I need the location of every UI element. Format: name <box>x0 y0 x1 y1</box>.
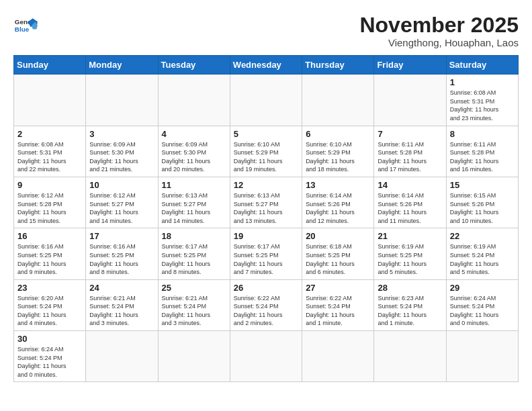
day-info: Sunrise: 6:16 AM Sunset: 5:25 PM Dayligh… <box>89 242 154 276</box>
weekday-header-friday: Friday <box>374 56 446 75</box>
calendar-day: 1Sunrise: 6:08 AM Sunset: 5:31 PM Daylig… <box>446 75 518 126</box>
weekday-header-sunday: Sunday <box>14 56 86 75</box>
day-number: 7 <box>378 129 442 139</box>
weekday-header-tuesday: Tuesday <box>158 56 230 75</box>
calendar-day: 18Sunrise: 6:17 AM Sunset: 5:25 PM Dayli… <box>158 228 230 279</box>
calendar-day: 30Sunrise: 6:24 AM Sunset: 5:24 PM Dayli… <box>14 331 86 382</box>
day-info: Sunrise: 6:14 AM Sunset: 5:26 PM Dayligh… <box>306 191 370 225</box>
day-number: 26 <box>234 283 298 293</box>
calendar-day <box>158 331 230 382</box>
day-info: Sunrise: 6:20 AM Sunset: 5:24 PM Dayligh… <box>17 294 82 328</box>
logo: General Blue <box>13 13 38 38</box>
location: Viengthong, Houaphan, Laos <box>359 37 519 48</box>
day-number: 22 <box>450 231 515 241</box>
calendar-day <box>446 331 518 382</box>
day-number: 13 <box>306 180 370 190</box>
calendar-week-4: 16Sunrise: 6:16 AM Sunset: 5:25 PM Dayli… <box>14 228 519 279</box>
month-title: November 2025 <box>359 13 519 37</box>
day-number: 11 <box>162 180 226 190</box>
calendar-day: 16Sunrise: 6:16 AM Sunset: 5:25 PM Dayli… <box>14 228 86 279</box>
calendar-day <box>374 75 446 126</box>
day-number: 20 <box>306 231 370 241</box>
day-info: Sunrise: 6:12 AM Sunset: 5:27 PM Dayligh… <box>89 191 154 225</box>
day-info: Sunrise: 6:15 AM Sunset: 5:26 PM Dayligh… <box>450 191 515 225</box>
day-info: Sunrise: 6:24 AM Sunset: 5:24 PM Dayligh… <box>450 294 515 328</box>
day-number: 16 <box>17 231 82 241</box>
day-number: 25 <box>162 283 226 293</box>
day-info: Sunrise: 6:11 AM Sunset: 5:28 PM Dayligh… <box>450 140 515 174</box>
day-number: 18 <box>162 231 226 241</box>
day-info: Sunrise: 6:16 AM Sunset: 5:25 PM Dayligh… <box>17 242 82 276</box>
calendar-day <box>230 331 302 382</box>
calendar-day: 22Sunrise: 6:19 AM Sunset: 5:24 PM Dayli… <box>446 228 518 279</box>
calendar-day <box>230 75 302 126</box>
day-info: Sunrise: 6:22 AM Sunset: 5:24 PM Dayligh… <box>306 294 370 328</box>
day-info: Sunrise: 6:22 AM Sunset: 5:24 PM Dayligh… <box>234 294 298 328</box>
day-number: 24 <box>89 283 154 293</box>
day-number: 4 <box>162 129 226 139</box>
day-info: Sunrise: 6:09 AM Sunset: 5:30 PM Dayligh… <box>162 140 226 174</box>
calendar-day <box>14 75 86 126</box>
calendar-day: 3Sunrise: 6:09 AM Sunset: 5:30 PM Daylig… <box>86 126 158 177</box>
day-info: Sunrise: 6:10 AM Sunset: 5:29 PM Dayligh… <box>306 140 370 174</box>
logo-icon: General Blue <box>13 13 38 38</box>
day-info: Sunrise: 6:21 AM Sunset: 5:24 PM Dayligh… <box>89 294 154 328</box>
day-number: 19 <box>234 231 298 241</box>
day-number: 17 <box>89 231 154 241</box>
calendar-table: SundayMondayTuesdayWednesdayThursdayFrid… <box>13 55 519 382</box>
title-block: November 2025 Viengthong, Houaphan, Laos <box>359 13 519 48</box>
calendar-week-5: 23Sunrise: 6:20 AM Sunset: 5:24 PM Dayli… <box>14 279 519 330</box>
day-info: Sunrise: 6:17 AM Sunset: 5:25 PM Dayligh… <box>162 242 226 276</box>
svg-text:Blue: Blue <box>15 26 30 33</box>
calendar-day: 6Sunrise: 6:10 AM Sunset: 5:29 PM Daylig… <box>302 126 374 177</box>
weekday-header-saturday: Saturday <box>446 56 518 75</box>
day-number: 30 <box>17 334 82 344</box>
calendar-day: 17Sunrise: 6:16 AM Sunset: 5:25 PM Dayli… <box>86 228 158 279</box>
day-info: Sunrise: 6:12 AM Sunset: 5:28 PM Dayligh… <box>17 191 82 225</box>
weekday-header-thursday: Thursday <box>302 56 374 75</box>
calendar-day: 14Sunrise: 6:14 AM Sunset: 5:26 PM Dayli… <box>374 177 446 228</box>
day-info: Sunrise: 6:18 AM Sunset: 5:25 PM Dayligh… <box>306 242 370 276</box>
day-number: 5 <box>234 129 298 139</box>
day-number: 21 <box>378 231 442 241</box>
calendar-day: 2Sunrise: 6:08 AM Sunset: 5:31 PM Daylig… <box>14 126 86 177</box>
calendar-day <box>86 331 158 382</box>
calendar-week-1: 1Sunrise: 6:08 AM Sunset: 5:31 PM Daylig… <box>14 75 519 126</box>
calendar-day: 19Sunrise: 6:17 AM Sunset: 5:25 PM Dayli… <box>230 228 302 279</box>
day-number: 28 <box>378 283 442 293</box>
day-number: 9 <box>17 180 82 190</box>
calendar-day: 20Sunrise: 6:18 AM Sunset: 5:25 PM Dayli… <box>302 228 374 279</box>
calendar-day: 13Sunrise: 6:14 AM Sunset: 5:26 PM Dayli… <box>302 177 374 228</box>
day-number: 12 <box>234 180 298 190</box>
day-info: Sunrise: 6:21 AM Sunset: 5:24 PM Dayligh… <box>162 294 226 328</box>
day-info: Sunrise: 6:19 AM Sunset: 5:24 PM Dayligh… <box>450 242 515 276</box>
weekday-header-monday: Monday <box>86 56 158 75</box>
day-number: 10 <box>89 180 154 190</box>
calendar-day: 25Sunrise: 6:21 AM Sunset: 5:24 PM Dayli… <box>158 279 230 330</box>
day-number: 3 <box>89 129 154 139</box>
calendar-day: 7Sunrise: 6:11 AM Sunset: 5:28 PM Daylig… <box>374 126 446 177</box>
day-info: Sunrise: 6:14 AM Sunset: 5:26 PM Dayligh… <box>378 191 442 225</box>
calendar-week-3: 9Sunrise: 6:12 AM Sunset: 5:28 PM Daylig… <box>14 177 519 228</box>
day-number: 2 <box>17 129 82 139</box>
day-number: 27 <box>306 283 370 293</box>
calendar-week-6: 30Sunrise: 6:24 AM Sunset: 5:24 PM Dayli… <box>14 331 519 382</box>
calendar-day: 12Sunrise: 6:13 AM Sunset: 5:27 PM Dayli… <box>230 177 302 228</box>
calendar-day: 27Sunrise: 6:22 AM Sunset: 5:24 PM Dayli… <box>302 279 374 330</box>
day-info: Sunrise: 6:23 AM Sunset: 5:24 PM Dayligh… <box>378 294 442 328</box>
calendar-day: 4Sunrise: 6:09 AM Sunset: 5:30 PM Daylig… <box>158 126 230 177</box>
calendar-day <box>374 331 446 382</box>
weekday-header-row: SundayMondayTuesdayWednesdayThursdayFrid… <box>14 56 519 75</box>
page-header: General Blue November 2025 Viengthong, H… <box>13 13 519 48</box>
day-info: Sunrise: 6:13 AM Sunset: 5:27 PM Dayligh… <box>234 191 298 225</box>
day-info: Sunrise: 6:17 AM Sunset: 5:25 PM Dayligh… <box>234 242 298 276</box>
calendar-day: 23Sunrise: 6:20 AM Sunset: 5:24 PM Dayli… <box>14 279 86 330</box>
day-info: Sunrise: 6:09 AM Sunset: 5:30 PM Dayligh… <box>89 140 154 174</box>
day-number: 15 <box>450 180 515 190</box>
calendar-day <box>86 75 158 126</box>
calendar-day <box>302 75 374 126</box>
day-info: Sunrise: 6:10 AM Sunset: 5:29 PM Dayligh… <box>234 140 298 174</box>
weekday-header-wednesday: Wednesday <box>230 56 302 75</box>
calendar-day: 15Sunrise: 6:15 AM Sunset: 5:26 PM Dayli… <box>446 177 518 228</box>
day-number: 23 <box>17 283 82 293</box>
